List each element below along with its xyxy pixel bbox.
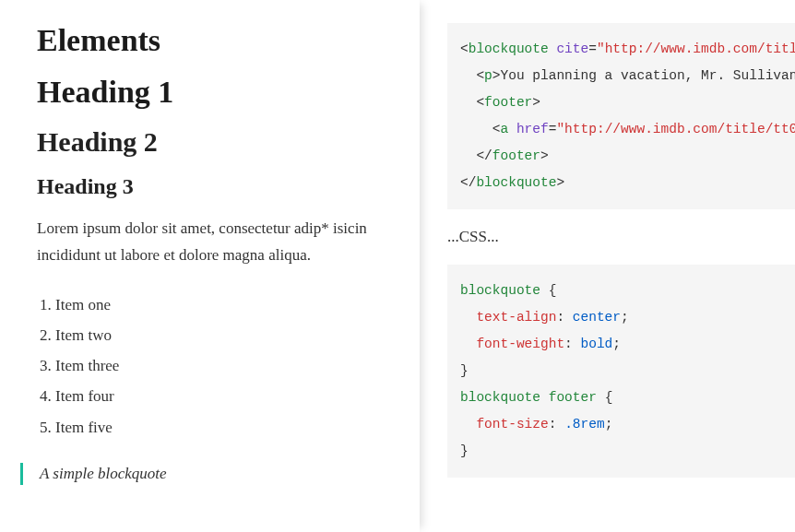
code-token: : [564,337,573,351]
code-token: < [476,68,484,83]
code-token: blockquote [469,41,549,56]
ordered-list: Item one Item two Item three Item four I… [55,292,383,440]
code-token [484,122,492,136]
code-token: > [492,68,501,83]
code-token [508,122,516,136]
heading-2: Heading 2 [37,126,383,158]
code-token: } [460,363,469,378]
code-token [573,337,581,351]
code-token: = [588,41,597,56]
code-token: footer [492,148,540,163]
code-token: > [556,175,564,190]
code-token: ; [605,417,613,432]
code-token [597,390,605,405]
code-token: < [476,148,484,163]
code-token: } [460,443,469,458]
page-title: Elements [37,23,383,58]
code-token: href [516,122,549,136]
code-token: { [549,283,557,298]
code-token: > [532,95,540,110]
heading-1: Heading 1 [37,75,383,110]
html-code-block: <blockquote cite="http://www.imdb.com/ti… [447,23,795,209]
heading-3: Heading 3 [37,174,383,199]
list-item: Item four [55,384,383,408]
css-caption: ...CSS... [447,228,795,246]
code-token: < [460,175,469,190]
code-token: "http://www.imdb.com/title/tt0284 [556,122,795,136]
code-token: "http://www.imdb.com/title/t [597,41,795,56]
rendered-preview-pane: Elements Heading 1 Heading 2 Heading 3 L… [0,0,420,532]
code-token [556,417,564,432]
list-item: Item two [55,323,383,348]
list-item: Item one [55,292,383,317]
list-item: Item five [55,415,383,440]
code-token: cite [556,41,588,56]
code-token [564,310,573,325]
code-token: You planning a vacation, Mr. Sullivan? [501,68,796,83]
code-token: font-size [476,417,548,432]
list-item: Item three [55,353,383,378]
code-token: < [476,95,484,110]
source-code-pane: <blockquote cite="http://www.imdb.com/ti… [420,0,795,532]
code-token: text-align [476,310,556,325]
code-token: < [492,122,501,136]
code-token: center [573,310,621,325]
code-token: a [501,122,509,136]
code-token [540,390,549,405]
code-token: bold [581,337,613,351]
code-token: footer [484,95,532,110]
css-code-block: blockquote { text-align: center; font-we… [447,265,795,478]
code-token: ; [612,337,621,351]
code-token: { [605,390,613,405]
code-token [540,283,549,298]
code-token: < [460,41,469,56]
code-token: blockquote [460,283,540,298]
paragraph-text: Lorem ipsum dolor sit amet, consectetur … [37,216,383,269]
code-token: .8rem [564,417,605,432]
blockquote-text: A simple blockquote [40,465,167,482]
code-token: footer [549,390,597,405]
code-token: p [484,68,492,83]
code-token: > [540,148,549,163]
code-token: / [484,148,492,163]
code-token: ; [621,310,629,325]
blockquote: A simple blockquote [20,463,383,485]
code-token: blockquote [460,390,540,405]
code-token: font-weight [476,337,564,351]
code-token: blockquote [476,175,556,190]
code-token: : [556,310,564,325]
